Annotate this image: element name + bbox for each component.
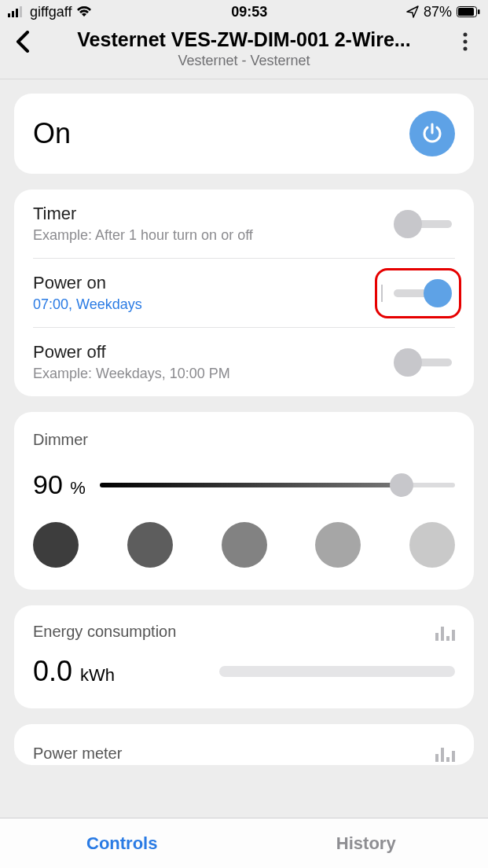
- svg-point-7: [464, 33, 468, 37]
- carrier-label: giffgaff: [30, 4, 72, 20]
- power-icon: [420, 122, 444, 145]
- dimmer-card: Dimmer 90 %: [14, 412, 474, 590]
- status-bar: giffgaff 09:53 87%: [0, 0, 488, 24]
- timer-sub: Example: After 1 hour turn on or off: [33, 227, 253, 244]
- svg-point-9: [464, 47, 468, 51]
- bar-chart-icon[interactable]: [435, 623, 455, 641]
- power-meter-card: Power meter: [14, 724, 474, 765]
- svg-rect-1: [12, 11, 14, 17]
- energy-bar: [219, 666, 455, 677]
- timer-label: Timer: [33, 204, 253, 224]
- power-off-toggle[interactable]: [394, 347, 455, 378]
- timer-row[interactable]: Timer Example: After 1 hour turn on or o…: [14, 189, 474, 258]
- svg-rect-2: [16, 9, 18, 17]
- location-icon: [406, 6, 419, 18]
- power-on-label: Power on: [33, 273, 142, 293]
- dimmer-slider-knob[interactable]: [390, 473, 413, 497]
- clock: 09:53: [231, 4, 267, 20]
- svg-rect-6: [478, 9, 480, 14]
- svg-point-8: [464, 40, 468, 44]
- power-on-row[interactable]: Power on 07:00, Weekdays: [14, 259, 474, 327]
- power-on-sub: 07:00, Weekdays: [33, 296, 142, 313]
- power-off-row[interactable]: Power off Example: Weekdays, 10:00 PM: [14, 328, 474, 396]
- svg-rect-5: [458, 8, 474, 16]
- tab-bar: Controls History: [0, 818, 488, 868]
- page-title: Vesternet VES-ZW-DIM-001 2-Wire...: [39, 28, 449, 51]
- header: Vesternet VES-ZW-DIM-001 2-Wire... Veste…: [0, 24, 488, 79]
- schedule-card: Timer Example: After 1 hour turn on or o…: [14, 189, 474, 396]
- power-on-toggle[interactable]: [391, 278, 452, 309]
- more-button[interactable]: [452, 28, 479, 55]
- dimmer-slider[interactable]: [100, 473, 455, 497]
- power-off-label: Power off: [33, 342, 230, 362]
- bar-chart-icon[interactable]: [435, 745, 455, 762]
- energy-label: Energy consumption: [33, 623, 176, 641]
- tab-controls[interactable]: Controls: [0, 818, 244, 868]
- power-state-label: On: [33, 117, 71, 150]
- dimmer-preset-2[interactable]: [127, 522, 173, 568]
- power-button[interactable]: [409, 111, 455, 156]
- wifi-icon: [76, 6, 92, 17]
- dimmer-preset-4[interactable]: [315, 522, 361, 568]
- energy-value: 0.0 kWh: [33, 655, 115, 688]
- power-off-sub: Example: Weekdays, 10:00 PM: [33, 366, 230, 382]
- page-subtitle: Vesternet - Vesternet: [39, 53, 449, 69]
- timer-toggle[interactable]: [394, 208, 455, 240]
- battery-icon: [457, 6, 480, 17]
- dimmer-preset-3[interactable]: [222, 522, 267, 568]
- tab-history[interactable]: History: [244, 818, 489, 868]
- energy-card: Energy consumption 0.0 kWh: [14, 605, 474, 708]
- content-scroll[interactable]: On Timer Example: After 1 hour turn on o…: [0, 79, 488, 818]
- dimmer-preset-5[interactable]: [409, 522, 455, 568]
- svg-rect-3: [20, 6, 22, 17]
- dimmer-label: Dimmer: [33, 431, 455, 449]
- more-vertical-icon: [463, 32, 468, 51]
- battery-percent: 87%: [424, 4, 452, 20]
- dimmer-preset-1[interactable]: [33, 522, 79, 568]
- dimmer-presets: [33, 522, 455, 568]
- chevron-left-icon: [16, 31, 30, 53]
- dimmer-value: 90 %: [33, 469, 86, 500]
- power-state-card: On: [14, 94, 474, 174]
- signal-icon: [8, 6, 25, 17]
- svg-rect-0: [8, 13, 10, 17]
- back-button[interactable]: [9, 28, 36, 55]
- power-meter-label: Power meter: [33, 745, 122, 763]
